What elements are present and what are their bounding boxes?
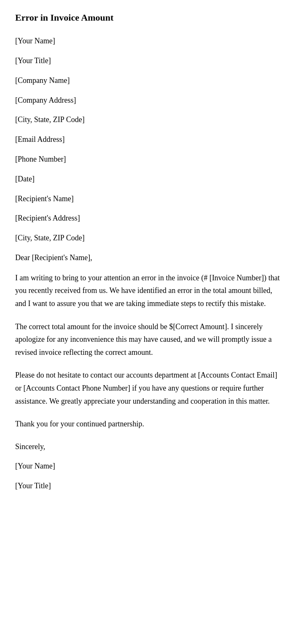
letter-date: [Date] xyxy=(15,173,280,185)
recipient-city-state-zip: [City, State, ZIP Code] xyxy=(15,232,280,244)
sender-company: [Company Name] xyxy=(15,75,280,87)
recipient-name: [Recipient's Name] xyxy=(15,193,280,205)
sender-name: [Your Name] xyxy=(15,35,280,47)
body-paragraph-1: I am writing to bring to your attention … xyxy=(15,271,280,310)
recipient-address: [Recipient's Address] xyxy=(15,212,280,224)
letter-title: Error in Invoice Amount xyxy=(15,10,280,25)
sender-title: [Your Title] xyxy=(15,55,280,67)
sender-address: [Company Address] xyxy=(15,94,280,106)
body-paragraph-2: The correct total amount for the invoice… xyxy=(15,320,280,359)
sender-city-state-zip: [City, State, ZIP Code] xyxy=(15,114,280,126)
sender-phone: [Phone Number] xyxy=(15,153,280,165)
closing-title: [Your Title] xyxy=(15,480,280,492)
body-paragraph-4: Thank you for your continued partnership… xyxy=(15,418,280,431)
body-paragraph-3: Please do not hesitate to contact our ac… xyxy=(15,369,280,407)
closing-name: [Your Name] xyxy=(15,460,280,472)
salutation: Dear [Recipient's Name], xyxy=(15,252,280,264)
sender-email: [Email Address] xyxy=(15,133,280,146)
closing-salutation: Sincerely, xyxy=(15,441,280,453)
